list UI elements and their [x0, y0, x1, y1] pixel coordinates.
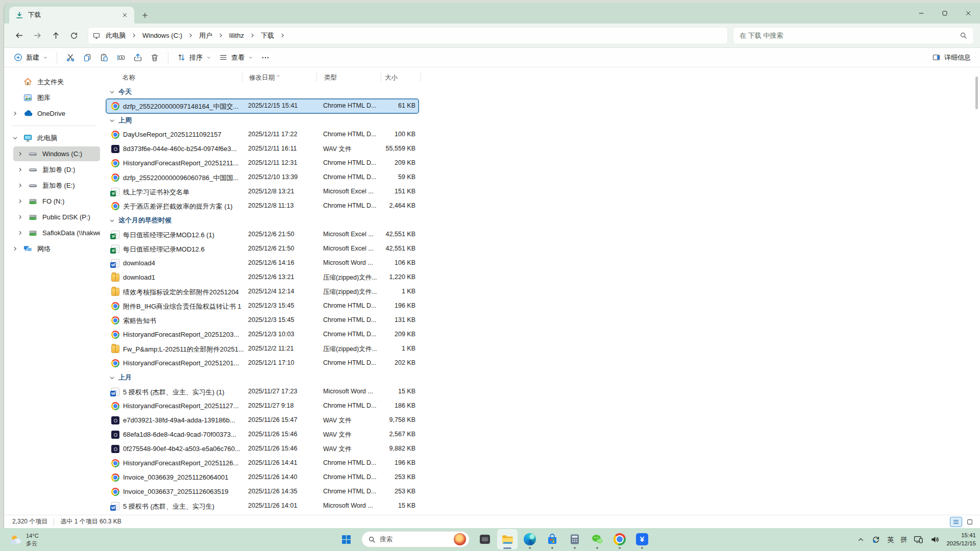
- chevron-right-icon[interactable]: [8, 246, 21, 252]
- vertical-scrollbar[interactable]: [975, 77, 978, 109]
- chevron-down-icon[interactable]: [8, 135, 21, 141]
- more-button[interactable]: [257, 50, 274, 65]
- details-pane-button[interactable]: 详细信息: [932, 53, 971, 62]
- chevron-right-icon[interactable]: [188, 33, 193, 38]
- column-header-date[interactable]: 修改日期: [249, 73, 275, 82]
- breadcrumb-item[interactable]: lilithz: [225, 30, 249, 41]
- file-row[interactable]: dzfp_2552200000097148164_中国交...2025/12/1…: [106, 99, 419, 113]
- chevron-right-icon[interactable]: [13, 151, 27, 157]
- file-row[interactable]: 68efa1d8-6de8-4cad-9cad-70f00373...2025/…: [106, 428, 419, 442]
- search-input[interactable]: 在 下载 中搜索: [733, 27, 974, 44]
- new-tab-button[interactable]: [139, 10, 151, 21]
- chevron-right-icon[interactable]: [8, 111, 21, 116]
- sidebar-item-saflokdata-hakwe[interactable]: SaflokData (\\hakwe: [13, 226, 100, 240]
- copy-button[interactable]: [79, 50, 95, 65]
- delete-button[interactable]: [146, 50, 163, 65]
- taskbar-clock[interactable]: 15:412025/12/15: [946, 532, 976, 547]
- chrome-button[interactable]: [609, 529, 630, 549]
- hidden-icons-chevron-icon[interactable]: [857, 536, 865, 543]
- file-row[interactable]: HistoryandForecastReport_20251126...2025…: [106, 456, 419, 470]
- microsoft-store-button[interactable]: [542, 529, 562, 549]
- file-row[interactable]: 0f275548-90ef-4b42-a503-e5a06c760...2025…: [106, 442, 419, 456]
- chevron-down-icon[interactable]: [109, 89, 115, 95]
- file-row[interactable]: W5 授权书 (杰群、业主、实习生) (1)2025/11/27 17:23Mi…: [106, 385, 419, 399]
- sidebar-item-onedrive[interactable]: OneDrive: [8, 106, 100, 121]
- breadcrumb-item[interactable]: 此电脑: [101, 29, 130, 42]
- file-row[interactable]: DayUseReport_202512110921572025/12/11 17…: [106, 128, 419, 142]
- file-row[interactable]: X每日值班经理记录MOD12.6 (1)2025/12/6 21:50Micro…: [106, 228, 419, 242]
- file-row[interactable]: dzfp_2552200000096060786_中国国...2025/12/1…: [106, 170, 419, 185]
- cut-button[interactable]: [62, 50, 79, 65]
- chevron-right-icon[interactable]: [13, 198, 27, 204]
- chevron-down-icon[interactable]: [109, 218, 115, 223]
- column-header-type[interactable]: 类型: [324, 73, 337, 82]
- file-row[interactable]: HistoryandForecastReport_20251203...2025…: [106, 328, 419, 342]
- chevron-right-icon[interactable]: [218, 33, 224, 38]
- close-icon[interactable]: [957, 3, 980, 23]
- group-header[interactable]: 今天: [106, 85, 980, 99]
- breadcrumb[interactable]: 此电脑Windows (C:)用户lilithz下载: [88, 27, 728, 44]
- sidebar-item-windows-c-[interactable]: Windows (C:): [13, 146, 100, 161]
- new-button[interactable]: 新建: [10, 50, 52, 65]
- chevron-down-icon[interactable]: [109, 375, 115, 381]
- file-explorer-button[interactable]: [497, 529, 518, 549]
- chevron-right-icon[interactable]: [131, 33, 137, 38]
- file-row[interactable]: 附件B_IHG商业综合责任险权益转让书 12025/12/3 15:45Chro…: [106, 299, 419, 313]
- group-header[interactable]: 上周: [106, 113, 980, 128]
- ime-sync-icon[interactable]: [871, 535, 880, 544]
- sidebar-item-fo-n-[interactable]: FO (N:): [13, 194, 100, 209]
- chevron-right-icon[interactable]: [13, 183, 27, 188]
- file-row[interactable]: Invoice_0036637_202511260635192025/11/26…: [106, 485, 419, 499]
- sidebar-item--[interactable]: 主文件夹: [8, 74, 100, 89]
- sidebar-item--d-[interactable]: 新加卷 (D:): [13, 162, 100, 177]
- file-row[interactable]: 绩效考核指标设定的全部附件202512042025/12/4 12:14压缩(z…: [106, 285, 419, 299]
- maximize-icon[interactable]: [933, 3, 957, 23]
- chevron-down-icon[interactable]: [109, 118, 115, 123]
- breadcrumb-item[interactable]: 下载: [256, 29, 279, 42]
- ime-pinyin-indicator[interactable]: 拼: [900, 535, 907, 544]
- large-icons-view-toggle[interactable]: [964, 517, 976, 527]
- file-row[interactable]: HistoryandForecastReport_20251201...2025…: [106, 356, 419, 370]
- file-row[interactable]: X线上学习证书补交名单2025/12/8 13:21Microsoft Exce…: [106, 185, 419, 199]
- file-row[interactable]: W5 授权书 (杰群、业主、实习生)2025/11/26 14:01Micros…: [106, 499, 419, 513]
- ime-english-indicator[interactable]: 英: [887, 535, 894, 544]
- file-row[interactable]: download12025/12/6 13:21压缩(zipped)文件...1…: [106, 270, 419, 285]
- column-header-size[interactable]: 大小: [385, 73, 398, 82]
- sidebar-item--e-[interactable]: 新加卷 (E:): [13, 178, 100, 193]
- up-icon[interactable]: [47, 27, 64, 44]
- cast-device-icon[interactable]: [914, 535, 923, 544]
- file-row[interactable]: 索赔告知书2025/12/3 15:45Chrome HTML D...131 …: [106, 313, 419, 328]
- yuan-app-button[interactable]: ¥: [632, 529, 652, 549]
- group-header[interactable]: 这个月的早些时候: [106, 213, 980, 228]
- file-row[interactable]: 关于酒店差评拦截效率的提升方案 (1)2025/12/8 11:13Chrome…: [106, 199, 419, 213]
- file-row[interactable]: Wdownload42025/12/6 14:16Microsoft Word …: [106, 256, 419, 270]
- details-view-toggle[interactable]: [950, 517, 962, 527]
- calculator-button[interactable]: [565, 529, 585, 549]
- chevron-right-icon[interactable]: [280, 33, 285, 38]
- file-row[interactable]: HistoryandForecastReport_20251211...2025…: [106, 156, 419, 170]
- file-row[interactable]: Invoice_0036639_202511260640012025/11/26…: [106, 470, 419, 485]
- sort-button[interactable]: 排序: [174, 50, 215, 65]
- paste-button[interactable]: [96, 50, 112, 65]
- file-row[interactable]: HistoryandForecastReport_20251127...2025…: [106, 399, 419, 413]
- breadcrumb-item[interactable]: Windows (C:): [138, 30, 187, 41]
- breadcrumb-item[interactable]: 用户: [194, 29, 217, 42]
- chevron-right-icon[interactable]: [13, 230, 27, 236]
- sidebar-item--[interactable]: 此电脑: [8, 131, 100, 145]
- column-header-name[interactable]: 名称: [122, 73, 135, 82]
- file-row[interactable]: 8d373f6e-044e-460c-b254-0974f6e3...2025/…: [106, 142, 419, 156]
- sidebar-item--[interactable]: 图库: [8, 90, 100, 105]
- weather-widget[interactable]: 14°C多云: [6, 530, 42, 549]
- rename-button[interactable]: [113, 50, 129, 65]
- volume-icon[interactable]: [930, 535, 940, 544]
- taskbar-search-box[interactable]: 搜索: [361, 531, 470, 547]
- start-button[interactable]: [336, 529, 356, 549]
- share-button[interactable]: [130, 50, 146, 65]
- sidebar-item-public-disk-p-[interactable]: Public DISK (P:): [13, 210, 100, 224]
- tab-close-icon[interactable]: [119, 10, 130, 21]
- chevron-right-icon[interactable]: [13, 214, 27, 220]
- tab-downloads[interactable]: 下载: [9, 7, 134, 23]
- file-row[interactable]: e7d03921-38fd-49a4-adda-139186b...2025/1…: [106, 413, 419, 428]
- view-button[interactable]: 查看: [215, 50, 257, 65]
- forward-icon[interactable]: [29, 27, 46, 44]
